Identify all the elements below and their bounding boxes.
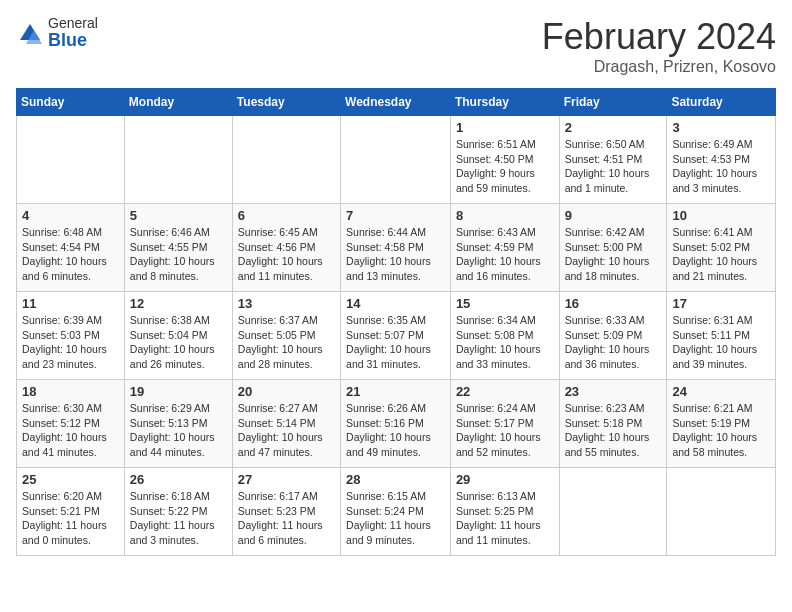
day-headers-row: SundayMondayTuesdayWednesdayThursdayFrid… [17,89,776,116]
location: Dragash, Prizren, Kosovo [542,58,776,76]
day-number: 14 [346,296,445,311]
day-cell: 11Sunrise: 6:39 AMSunset: 5:03 PMDayligh… [17,292,125,380]
day-cell: 16Sunrise: 6:33 AMSunset: 5:09 PMDayligh… [559,292,667,380]
week-row-5: 25Sunrise: 6:20 AMSunset: 5:21 PMDayligh… [17,468,776,556]
col-header-friday: Friday [559,89,667,116]
day-number: 16 [565,296,662,311]
day-cell: 27Sunrise: 6:17 AMSunset: 5:23 PMDayligh… [232,468,340,556]
col-header-tuesday: Tuesday [232,89,340,116]
day-info: Sunrise: 6:30 AMSunset: 5:12 PMDaylight:… [22,401,119,460]
day-info: Sunrise: 6:50 AMSunset: 4:51 PMDaylight:… [565,137,662,196]
day-cell: 15Sunrise: 6:34 AMSunset: 5:08 PMDayligh… [450,292,559,380]
day-cell: 25Sunrise: 6:20 AMSunset: 5:21 PMDayligh… [17,468,125,556]
day-info: Sunrise: 6:20 AMSunset: 5:21 PMDaylight:… [22,489,119,548]
day-info: Sunrise: 6:29 AMSunset: 5:13 PMDaylight:… [130,401,227,460]
day-number: 29 [456,472,554,487]
day-cell: 28Sunrise: 6:15 AMSunset: 5:24 PMDayligh… [341,468,451,556]
week-row-4: 18Sunrise: 6:30 AMSunset: 5:12 PMDayligh… [17,380,776,468]
day-info: Sunrise: 6:46 AMSunset: 4:55 PMDaylight:… [130,225,227,284]
week-row-1: 1Sunrise: 6:51 AMSunset: 4:50 PMDaylight… [17,116,776,204]
day-cell: 29Sunrise: 6:13 AMSunset: 5:25 PMDayligh… [450,468,559,556]
day-number: 11 [22,296,119,311]
day-info: Sunrise: 6:37 AMSunset: 5:05 PMDaylight:… [238,313,335,372]
day-number: 27 [238,472,335,487]
col-header-wednesday: Wednesday [341,89,451,116]
day-info: Sunrise: 6:18 AMSunset: 5:22 PMDaylight:… [130,489,227,548]
day-cell: 14Sunrise: 6:35 AMSunset: 5:07 PMDayligh… [341,292,451,380]
day-cell: 18Sunrise: 6:30 AMSunset: 5:12 PMDayligh… [17,380,125,468]
col-header-sunday: Sunday [17,89,125,116]
day-cell: 8Sunrise: 6:43 AMSunset: 4:59 PMDaylight… [450,204,559,292]
day-number: 28 [346,472,445,487]
week-row-3: 11Sunrise: 6:39 AMSunset: 5:03 PMDayligh… [17,292,776,380]
day-cell [124,116,232,204]
day-cell: 2Sunrise: 6:50 AMSunset: 4:51 PMDaylight… [559,116,667,204]
day-number: 3 [672,120,770,135]
col-header-thursday: Thursday [450,89,559,116]
logo: General Blue [16,16,98,51]
day-info: Sunrise: 6:41 AMSunset: 5:02 PMDaylight:… [672,225,770,284]
calendar-table: SundayMondayTuesdayWednesdayThursdayFrid… [16,88,776,556]
day-cell: 22Sunrise: 6:24 AMSunset: 5:17 PMDayligh… [450,380,559,468]
day-number: 23 [565,384,662,399]
day-number: 22 [456,384,554,399]
day-cell: 13Sunrise: 6:37 AMSunset: 5:05 PMDayligh… [232,292,340,380]
day-info: Sunrise: 6:27 AMSunset: 5:14 PMDaylight:… [238,401,335,460]
day-number: 2 [565,120,662,135]
day-info: Sunrise: 6:26 AMSunset: 5:16 PMDaylight:… [346,401,445,460]
day-cell: 3Sunrise: 6:49 AMSunset: 4:53 PMDaylight… [667,116,776,204]
day-number: 1 [456,120,554,135]
day-number: 17 [672,296,770,311]
day-number: 15 [456,296,554,311]
logo-icon [16,20,44,48]
day-info: Sunrise: 6:39 AMSunset: 5:03 PMDaylight:… [22,313,119,372]
day-info: Sunrise: 6:44 AMSunset: 4:58 PMDaylight:… [346,225,445,284]
day-number: 21 [346,384,445,399]
day-info: Sunrise: 6:31 AMSunset: 5:11 PMDaylight:… [672,313,770,372]
logo-general: General [48,16,98,31]
page-header: General Blue February 2024 Dragash, Priz… [16,16,776,76]
day-cell: 4Sunrise: 6:48 AMSunset: 4:54 PMDaylight… [17,204,125,292]
day-number: 18 [22,384,119,399]
day-number: 7 [346,208,445,223]
day-number: 6 [238,208,335,223]
col-header-monday: Monday [124,89,232,116]
day-info: Sunrise: 6:45 AMSunset: 4:56 PMDaylight:… [238,225,335,284]
day-number: 5 [130,208,227,223]
week-row-2: 4Sunrise: 6:48 AMSunset: 4:54 PMDaylight… [17,204,776,292]
day-cell: 19Sunrise: 6:29 AMSunset: 5:13 PMDayligh… [124,380,232,468]
day-cell: 9Sunrise: 6:42 AMSunset: 5:00 PMDaylight… [559,204,667,292]
day-number: 26 [130,472,227,487]
day-info: Sunrise: 6:24 AMSunset: 5:17 PMDaylight:… [456,401,554,460]
day-number: 12 [130,296,227,311]
day-cell: 7Sunrise: 6:44 AMSunset: 4:58 PMDaylight… [341,204,451,292]
day-info: Sunrise: 6:38 AMSunset: 5:04 PMDaylight:… [130,313,227,372]
day-cell: 26Sunrise: 6:18 AMSunset: 5:22 PMDayligh… [124,468,232,556]
day-info: Sunrise: 6:17 AMSunset: 5:23 PMDaylight:… [238,489,335,548]
logo-text: General Blue [48,16,98,51]
day-cell: 6Sunrise: 6:45 AMSunset: 4:56 PMDaylight… [232,204,340,292]
day-cell: 23Sunrise: 6:23 AMSunset: 5:18 PMDayligh… [559,380,667,468]
day-cell [17,116,125,204]
day-number: 19 [130,384,227,399]
day-info: Sunrise: 6:35 AMSunset: 5:07 PMDaylight:… [346,313,445,372]
day-info: Sunrise: 6:48 AMSunset: 4:54 PMDaylight:… [22,225,119,284]
day-cell: 10Sunrise: 6:41 AMSunset: 5:02 PMDayligh… [667,204,776,292]
day-cell: 12Sunrise: 6:38 AMSunset: 5:04 PMDayligh… [124,292,232,380]
day-number: 13 [238,296,335,311]
day-cell: 5Sunrise: 6:46 AMSunset: 4:55 PMDaylight… [124,204,232,292]
day-cell: 1Sunrise: 6:51 AMSunset: 4:50 PMDaylight… [450,116,559,204]
day-info: Sunrise: 6:51 AMSunset: 4:50 PMDaylight:… [456,137,554,196]
day-info: Sunrise: 6:34 AMSunset: 5:08 PMDaylight:… [456,313,554,372]
day-number: 10 [672,208,770,223]
day-info: Sunrise: 6:15 AMSunset: 5:24 PMDaylight:… [346,489,445,548]
day-cell [341,116,451,204]
month-title: February 2024 [542,16,776,58]
day-number: 24 [672,384,770,399]
logo-blue: Blue [48,31,98,51]
day-info: Sunrise: 6:42 AMSunset: 5:00 PMDaylight:… [565,225,662,284]
title-block: February 2024 Dragash, Prizren, Kosovo [542,16,776,76]
day-info: Sunrise: 6:43 AMSunset: 4:59 PMDaylight:… [456,225,554,284]
day-info: Sunrise: 6:49 AMSunset: 4:53 PMDaylight:… [672,137,770,196]
day-info: Sunrise: 6:33 AMSunset: 5:09 PMDaylight:… [565,313,662,372]
